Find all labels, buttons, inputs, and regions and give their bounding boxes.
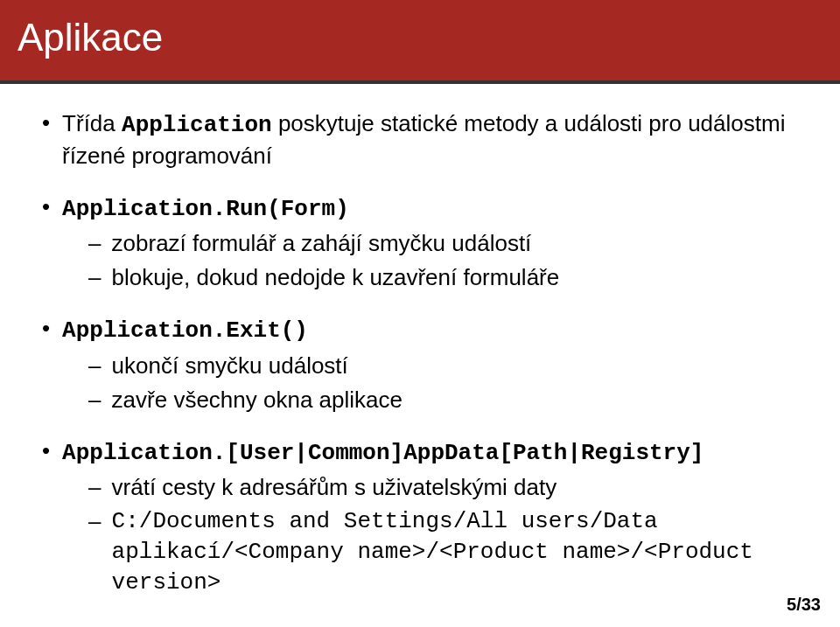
dash-marker: –	[88, 228, 101, 259]
text-segment: Třída	[62, 110, 122, 136]
slide-title: Aplikace	[18, 16, 822, 59]
page-number: 5/33	[787, 595, 821, 615]
slide-header: Aplikace	[0, 0, 840, 84]
bullet-item: • Application.Exit() – ukončí smyčku udá…	[42, 314, 798, 415]
dash-marker: –	[88, 351, 101, 381]
bullet-text: Application.[User|Common]AppData[Path|Re…	[62, 436, 798, 598]
sub-item: – zobrazí formulář a zahájí smyčku událo…	[88, 228, 798, 259]
bullet-item: • Třída Application poskytuje statické m…	[42, 108, 798, 171]
bullet-marker: •	[42, 192, 50, 293]
dash-marker: –	[88, 262, 101, 293]
sub-text: blokuje, dokud nedojde k uzavření formul…	[112, 262, 798, 293]
sub-item: – zavře všechny okna aplikace	[88, 385, 798, 415]
sub-item: – vrátí cesty k adresářům s uživatelským…	[88, 472, 798, 503]
sub-text-mono: C:/Documents and Settings/All users/Data…	[112, 506, 798, 598]
slide-content: • Třída Application poskytuje statické m…	[0, 84, 840, 627]
dash-marker: –	[88, 472, 101, 503]
sub-text: zavře všechny okna aplikace	[112, 385, 798, 415]
bullet-text: Třída Application poskytuje statické met…	[62, 108, 798, 171]
bullet-item: • Application.[User|Common]AppData[Path|…	[42, 436, 798, 598]
code-segment: Application.[User|Common]AppData[Path|Re…	[62, 440, 704, 466]
sub-item: – C:/Documents and Settings/All users/Da…	[88, 506, 798, 598]
code-segment: Application.Exit()	[62, 317, 308, 344]
sub-text: vrátí cesty k adresářům s uživatelskými …	[112, 472, 798, 503]
bullet-marker: •	[42, 436, 50, 598]
dash-marker: –	[88, 385, 101, 415]
bullet-marker: •	[42, 108, 50, 171]
dash-marker: –	[88, 506, 101, 598]
sub-item: – ukončí smyčku událostí	[88, 351, 798, 381]
sub-text: zobrazí formulář a zahájí smyčku událost…	[112, 228, 798, 259]
bullet-item: • Application.Run(Form) – zobrazí formul…	[42, 192, 798, 293]
bullet-text: Application.Run(Form) – zobrazí formulář…	[62, 192, 798, 293]
sub-item: – blokuje, dokud nedojde k uzavření form…	[88, 262, 798, 293]
bullet-marker: •	[42, 314, 50, 415]
sub-text: ukončí smyčku událostí	[112, 351, 798, 381]
code-segment: Application	[122, 112, 272, 138]
bullet-text: Application.Exit() – ukončí smyčku událo…	[62, 314, 798, 415]
code-segment: Application.Run(Form)	[62, 196, 349, 222]
